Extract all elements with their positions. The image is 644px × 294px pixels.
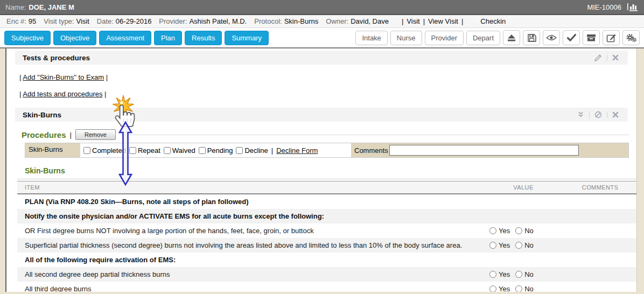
procedure-status-checkboxes: Completed Repeat Waived Pending Decline … bbox=[80, 143, 351, 157]
close-section-icon[interactable] bbox=[607, 54, 624, 61]
nurse-button[interactable]: Nurse bbox=[390, 31, 422, 45]
system-id: MIE-10006 bbox=[587, 3, 621, 11]
tab-objective[interactable]: Objective bbox=[53, 31, 96, 45]
yes-radio[interactable]: Yes bbox=[489, 241, 510, 249]
edit-section-icon[interactable] bbox=[589, 54, 607, 62]
decline-checkbox[interactable]: Decline bbox=[236, 146, 268, 155]
intake-button[interactable]: Intake bbox=[355, 31, 387, 45]
check-icon[interactable] bbox=[563, 30, 580, 45]
item-column-header: ITEM bbox=[17, 181, 483, 193]
form-row-plan: PLAN (Via RNP 408.20 Skin—Burns, note al… bbox=[17, 194, 636, 209]
value-column-header: VALUE bbox=[483, 181, 564, 193]
procedure-comments-cell: Comments bbox=[351, 143, 628, 157]
form-title: Skin-Burns bbox=[25, 166, 636, 175]
close-skin-burns-icon[interactable] bbox=[607, 111, 624, 118]
remove-button[interactable]: Remove bbox=[75, 129, 116, 140]
tests-procedures-title: Tests & procedures bbox=[23, 54, 90, 62]
skin-burns-form: Skin-Burns ITEM VALUE COMMENTS PLAN (Via… bbox=[17, 166, 636, 292]
no-radio[interactable]: No bbox=[515, 270, 534, 278]
form-divider bbox=[17, 179, 636, 179]
edit-icon[interactable] bbox=[603, 30, 620, 45]
repeat-checkbox[interactable]: Repeat bbox=[129, 146, 160, 155]
form-row-second-degree: All second degree deep partial thickness… bbox=[17, 267, 636, 282]
collapse-section-icon[interactable] bbox=[572, 111, 589, 118]
form-row-third-degree: All third degree burns Yes No bbox=[17, 282, 636, 292]
tab-results[interactable]: Results bbox=[185, 31, 222, 45]
no-radio[interactable]: No bbox=[515, 241, 534, 249]
add-tests-procedures-row: | Add tests and procedures | bbox=[19, 90, 636, 98]
toolbar-right-buttons: Intake Nurse Provider Depart bbox=[355, 30, 640, 45]
decline-form-link[interactable]: Decline Form bbox=[276, 146, 318, 155]
tests-procedures-header: Tests & procedures bbox=[15, 51, 628, 65]
procedure-name-cell: Skin-Burns bbox=[25, 143, 80, 157]
flowsheet-chart-icon[interactable] bbox=[627, 3, 639, 11]
skin-burns-section-header: Skin-Burns bbox=[15, 108, 628, 122]
yes-radio[interactable]: Yes bbox=[489, 270, 510, 278]
owner: Owner:David, Dave bbox=[326, 17, 389, 25]
procedure-status-row: Skin-Burns Completed Repeat Waived Pendi… bbox=[25, 143, 629, 158]
comments-column-header: COMMENTS bbox=[564, 181, 636, 193]
visit-nav-links: | Visit | View Visit | bbox=[402, 17, 463, 25]
pending-checkbox[interactable]: Pending bbox=[199, 146, 233, 155]
comments-label: Comments bbox=[354, 146, 388, 155]
form-row-notify: Notify the onsite physician and/or ACTIV… bbox=[17, 209, 636, 223]
tab-plan[interactable]: Plan bbox=[154, 31, 182, 45]
page-margin-left bbox=[0, 48, 6, 292]
provider: Provider:Ashish Patel, M.D. bbox=[159, 17, 247, 25]
eject-icon[interactable] bbox=[503, 30, 520, 45]
view-visit-link[interactable]: View Visit bbox=[428, 17, 458, 25]
eye-icon[interactable] bbox=[543, 30, 560, 45]
no-radio[interactable]: No bbox=[515, 227, 534, 235]
patient-title-bar: Name: DOE, JANE M MIE-10006 bbox=[0, 0, 644, 15]
legend-divider bbox=[121, 135, 629, 135]
main-toolbar: Subjective Objective Assessment Plan Res… bbox=[0, 28, 644, 48]
page-margin-right bbox=[636, 48, 644, 292]
visit-date: Date:06-29-2016 bbox=[97, 17, 152, 25]
skin-burns-section-title: Skin-Burns bbox=[23, 111, 61, 119]
depart-button[interactable]: Depart bbox=[466, 31, 500, 45]
save-icon[interactable] bbox=[523, 30, 540, 45]
completed-checkbox[interactable]: Completed bbox=[83, 146, 126, 155]
encounter-info-bar: Enc #:95 Visit type:Visit Date:06-29-201… bbox=[0, 15, 644, 28]
protocol: Protocol:Skin-Burns bbox=[254, 17, 318, 25]
form-column-headers: ITEM VALUE COMMENTS bbox=[17, 181, 636, 194]
disable-section-icon[interactable] bbox=[589, 111, 607, 118]
visit-link[interactable]: Visit bbox=[407, 17, 419, 25]
waived-checkbox[interactable]: Waived bbox=[164, 146, 195, 155]
plan-content-area: Tests & procedures | Add "Skin-Burns" to… bbox=[6, 48, 636, 292]
tab-assessment[interactable]: Assessment bbox=[99, 31, 151, 45]
add-skin-burns-row: | Add "Skin-Burns" to Exam | bbox=[19, 73, 636, 81]
form-row-first-degree: OR First degree burns NOT involving a la… bbox=[17, 223, 636, 238]
procedures-legend: Procedures | Remove bbox=[22, 129, 629, 140]
no-radio[interactable]: No bbox=[515, 285, 534, 292]
archive-icon[interactable] bbox=[583, 30, 600, 45]
checkin-link[interactable]: Checkin bbox=[480, 17, 506, 25]
section-tabs: Subjective Objective Assessment Plan Res… bbox=[4, 31, 269, 45]
add-skin-burns-to-exam-link[interactable]: Add "Skin-Burns" to Exam bbox=[23, 73, 104, 81]
form-row-ems-header: All of the following require activation … bbox=[17, 253, 636, 267]
enc-number: Enc #:95 bbox=[6, 17, 36, 25]
name-label: Name: bbox=[5, 3, 26, 11]
visit-type: Visit type:Visit bbox=[44, 17, 89, 25]
tab-summary[interactable]: Summary bbox=[225, 31, 269, 45]
add-tests-and-procedures-link[interactable]: Add tests and procedures bbox=[23, 90, 102, 98]
form-row-superficial: Superficial partial thickness (second de… bbox=[17, 238, 636, 253]
tab-subjective[interactable]: Subjective bbox=[4, 31, 51, 45]
procedures-title: Procedures bbox=[22, 130, 66, 139]
yes-radio[interactable]: Yes bbox=[489, 285, 510, 292]
gears-icon[interactable] bbox=[622, 30, 640, 45]
yes-radio[interactable]: Yes bbox=[489, 227, 510, 235]
provider-button[interactable]: Provider bbox=[425, 31, 464, 45]
patient-name: DOE, JANE M bbox=[29, 3, 74, 11]
procedure-comments-input[interactable] bbox=[389, 145, 579, 156]
